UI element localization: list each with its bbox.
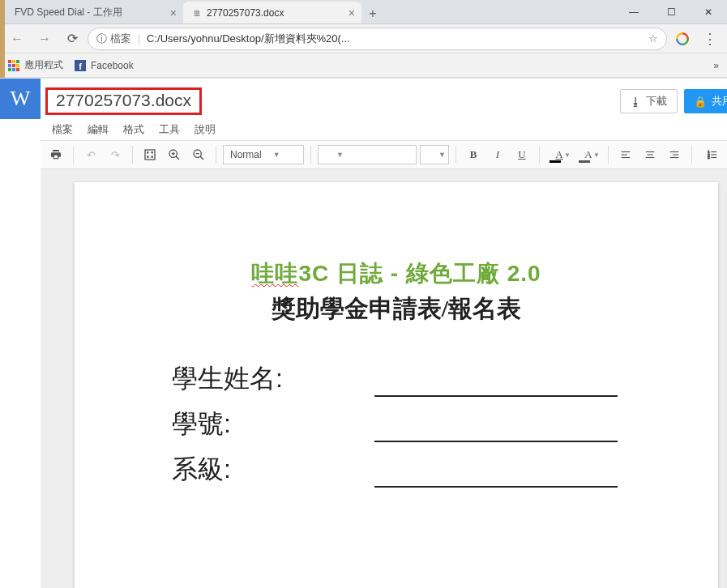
numbered-list-button[interactable]: 123 — [702, 144, 723, 165]
redo-button[interactable]: ↷ — [105, 144, 126, 165]
tab-title: 2770257073.docx — [207, 7, 284, 19]
align-center-button[interactable] — [639, 144, 661, 165]
forward-button[interactable]: → — [32, 27, 57, 51]
form-row-name: 學生姓名: — [139, 361, 653, 397]
form-line — [374, 373, 618, 397]
zoom-out-button[interactable] — [188, 144, 209, 165]
form-label: 學號: — [172, 407, 366, 442]
extension-icon[interactable] — [670, 27, 695, 51]
download-icon: ⭳ — [631, 96, 641, 108]
menu-edit[interactable]: 編輯 — [81, 121, 115, 138]
apps-button[interactable]: 應用程式 — [8, 58, 63, 72]
chevron-down-icon: ▼ — [336, 151, 344, 159]
svg-line-11 — [200, 156, 203, 160]
text-color-button[interactable]: A ▼ — [546, 144, 572, 165]
form-label: 學生姓名: — [172, 361, 366, 397]
svg-rect-1 — [145, 150, 155, 160]
title-part-wavy: 哇哇 — [251, 261, 298, 286]
fit-width-button[interactable] — [139, 144, 160, 165]
window-controls: — ☐ ✕ — [615, 0, 727, 24]
menu-file[interactable]: 檔案 — [45, 121, 79, 138]
omnibox[interactable]: ⓘ 檔案 | C:/Users/yohnu/Desktop/新增資料夾%20(.… — [88, 28, 667, 50]
align-right-button[interactable] — [664, 144, 685, 165]
left-rail: W — [0, 79, 41, 588]
font-selector[interactable]: ▼ — [318, 145, 417, 164]
back-button[interactable]: ← — [5, 27, 29, 51]
undo-button[interactable]: ↶ — [80, 144, 101, 165]
download-label: 下載 — [646, 94, 667, 109]
tab-docx-active[interactable]: 🗎 2770257073.docx × — [183, 2, 361, 23]
svg-point-4 — [148, 156, 148, 157]
file-icon: 🗎 — [193, 8, 202, 18]
tab-title: FVD Speed Dial - 工作用 — [15, 6, 122, 19]
svg-point-2 — [148, 152, 148, 153]
app-header: 2770257073.docx ⭳ 下載 🔒 共用 — [41, 79, 727, 119]
underline-button[interactable]: U — [511, 144, 532, 165]
close-button[interactable]: ✕ — [690, 0, 727, 24]
document-page[interactable]: 哇哇3C 日誌 - 綠色工廠 2.0 獎助學金申請表/報名表 學生姓名: 學號:… — [75, 182, 718, 588]
app-main: 2770257073.docx ⭳ 下載 🔒 共用 檔案 編輯 格式 工具 說明 — [41, 79, 727, 588]
style-value: Normal — [230, 149, 262, 160]
align-left-button[interactable] — [615, 144, 636, 165]
bookmark-star-icon[interactable]: ☆ — [648, 32, 658, 45]
tab-fvd-speed-dial[interactable]: FVD Speed Dial - 工作用 × — [5, 2, 183, 23]
chevron-down-icon: ▼ — [273, 151, 280, 159]
bold-button[interactable]: B — [463, 144, 484, 165]
share-label: 共用 — [712, 94, 727, 109]
download-button[interactable]: ⭳ 下載 — [620, 89, 678, 113]
close-icon[interactable]: × — [164, 6, 177, 19]
svg-text:3: 3 — [708, 156, 710, 160]
toolbar: ↶ ↷ Normal ▼ ▼ ▼ — [41, 140, 727, 169]
url-text: C:/Users/yohnu/Desktop/新增資料夾%20(... — [147, 32, 642, 46]
form-line — [374, 418, 618, 442]
bookmark-facebook[interactable]: f Facebook — [75, 60, 134, 71]
reload-button[interactable]: ⟳ — [60, 27, 84, 51]
form-label: 系級: — [172, 452, 366, 488]
title-part-rest: 3C 日誌 - 綠色工廠 2.0 — [298, 261, 541, 286]
svg-point-3 — [152, 152, 152, 153]
apps-grid-icon — [8, 60, 19, 71]
form-row-dept: 系級: — [139, 452, 653, 488]
italic-button[interactable]: I — [487, 144, 508, 165]
menu-format[interactable]: 格式 — [117, 121, 151, 138]
share-button[interactable]: 🔒 共用 — [684, 89, 727, 113]
apps-label: 應用程式 — [24, 58, 63, 72]
svg-point-5 — [152, 156, 152, 157]
filename-highlight[interactable]: 2770257073.docx — [45, 87, 202, 115]
minimize-button[interactable]: — — [615, 0, 652, 24]
maximize-button[interactable]: ☐ — [652, 0, 690, 24]
browser-tabs-bar: FVD Speed Dial - 工作用 × 🗎 2770257073.docx… — [0, 0, 727, 24]
menu-tools[interactable]: 工具 — [152, 121, 186, 138]
form-line — [374, 463, 618, 488]
highlight-color-button[interactable]: A ▼ — [575, 144, 601, 165]
bookmark-label: Facebook — [91, 60, 134, 71]
doc-title-line2: 獎助學金申請表/報名表 — [139, 292, 653, 326]
bookmarks-overflow-button[interactable]: » — [713, 60, 719, 71]
browser-menu-button[interactable]: ⋮ — [698, 30, 722, 48]
site-info-icon[interactable]: ⓘ 檔案 — [96, 32, 131, 46]
font-size-selector[interactable]: ▼ — [420, 145, 449, 164]
menu-help[interactable]: 說明 — [188, 121, 222, 138]
facebook-icon: f — [75, 60, 86, 71]
zoom-in-button[interactable] — [164, 144, 185, 165]
menu-bar: 檔案 編輯 格式 工具 說明 — [41, 119, 727, 140]
print-button[interactable] — [45, 144, 66, 165]
svg-line-7 — [176, 156, 179, 160]
bookmarks-bar: 應用程式 f Facebook » — [0, 53, 727, 78]
document-canvas[interactable]: 哇哇3C 日誌 - 綠色工廠 2.0 獎助學金申請表/報名表 學生姓名: 學號:… — [41, 169, 727, 588]
chevron-down-icon: ▼ — [438, 151, 446, 159]
style-selector[interactable]: Normal ▼ — [223, 145, 304, 164]
address-bar: ← → ⟳ ⓘ 檔案 | C:/Users/yohnu/Desktop/新增資料… — [0, 24, 727, 53]
close-icon[interactable]: × — [342, 6, 355, 19]
doc-title-line1: 哇哇3C 日誌 - 綠色工廠 2.0 — [139, 258, 653, 289]
form-row-id: 學號: — [139, 407, 653, 442]
document-app: W 2770257073.docx ⭳ 下載 🔒 共用 檔案 編輯 格式 工具 … — [0, 78, 727, 588]
lock-icon: 🔒 — [694, 96, 707, 108]
word-logo-icon: W — [0, 79, 41, 119]
new-tab-button[interactable]: + — [361, 4, 384, 23]
